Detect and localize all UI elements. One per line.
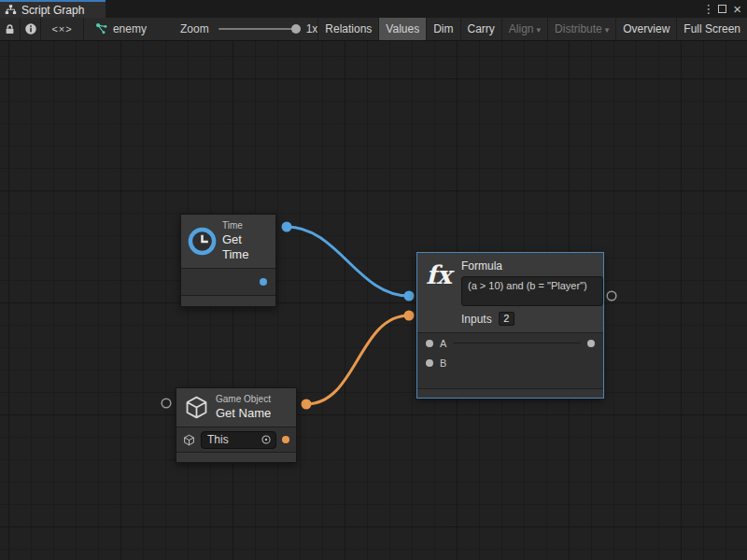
code-icon: <×> bbox=[51, 23, 72, 35]
get-name-output-port[interactable] bbox=[282, 436, 289, 443]
clock-icon bbox=[188, 227, 217, 256]
node-formula[interactable]: fx Formula (a > 10) and (b = "Player") I… bbox=[416, 252, 604, 399]
formula-ports: A B bbox=[417, 332, 603, 388]
node-get-name[interactable]: Game Object Get Name This bbox=[176, 387, 297, 463]
tab-script-graph[interactable]: Script Graph bbox=[0, 0, 106, 18]
wire-gettime-to-formula-a[interactable] bbox=[287, 227, 409, 296]
distribute-button: Distribute ▾ bbox=[548, 18, 616, 40]
cube-icon bbox=[183, 394, 210, 421]
window-menu-icon[interactable]: ⋮ bbox=[702, 2, 712, 16]
formula-expression-field[interactable]: (a > 10) and (b = "Player") bbox=[461, 276, 603, 306]
inputs-count-field[interactable]: 2 bbox=[499, 312, 514, 326]
node-category: Time bbox=[222, 220, 269, 232]
get-time-ports bbox=[181, 268, 275, 295]
zoom-label: Zoom bbox=[180, 22, 209, 35]
wire-getname-to-formula-b[interactable] bbox=[306, 315, 409, 404]
port-label-a: A bbox=[440, 338, 446, 349]
target-object-field[interactable]: This bbox=[201, 431, 276, 449]
inputs-label: Inputs bbox=[461, 313, 492, 326]
get-time-output-port[interactable] bbox=[260, 278, 267, 286]
chevron-down-icon: ▾ bbox=[605, 25, 610, 35]
graph-breadcrumb[interactable]: enemy bbox=[84, 18, 156, 40]
close-icon[interactable]: × bbox=[733, 5, 741, 13]
formula-fx-icon: fx bbox=[426, 259, 456, 287]
fullscreen-button[interactable]: Full Screen bbox=[677, 18, 747, 40]
object-picker-icon[interactable] bbox=[261, 434, 272, 445]
graph-asset-icon bbox=[95, 22, 108, 35]
wire-endpoint-blue-start[interactable] bbox=[282, 222, 292, 232]
getname-input-unconnected-port[interactable] bbox=[162, 399, 171, 408]
get-time-header: Time Get Time bbox=[181, 215, 275, 268]
zoom-slider[interactable] bbox=[218, 28, 301, 30]
zoom-slider-handle[interactable] bbox=[291, 24, 301, 34]
titlebar: Script Graph ⋮ × bbox=[0, 0, 747, 18]
formula-output-port[interactable] bbox=[587, 340, 595, 347]
values-button[interactable]: Values bbox=[379, 18, 427, 40]
value-flow-line bbox=[453, 343, 581, 343]
port-row-b: B bbox=[417, 353, 603, 372]
wire-endpoint-blue-end[interactable] bbox=[404, 291, 415, 301]
maximize-icon[interactable] bbox=[718, 5, 726, 13]
node-get-time[interactable]: Time Get Time bbox=[180, 214, 276, 307]
graph-name: enemy bbox=[113, 22, 147, 35]
chevron-down-icon: ▾ bbox=[537, 25, 542, 35]
wire-endpoint-orange-start[interactable] bbox=[302, 399, 312, 410]
get-name-header: Game Object Get Name bbox=[176, 388, 296, 427]
get-name-ports: This bbox=[176, 427, 296, 452]
wires-layer bbox=[0, 41, 747, 560]
info-icon bbox=[24, 22, 37, 35]
edit-script-button[interactable]: <×> bbox=[41, 18, 84, 40]
overview-button[interactable]: Overview bbox=[616, 18, 677, 40]
formula-output-unconnected-port[interactable] bbox=[607, 291, 616, 301]
node-category: Game Object bbox=[216, 394, 271, 406]
graph-toolbar: <×> enemy Zoom 1x Relations Values Dim bbox=[0, 18, 747, 41]
port-label-b: B bbox=[440, 357, 446, 369]
align-button: Align ▾ bbox=[502, 18, 548, 40]
get-name-footer bbox=[176, 452, 296, 462]
tab-title: Script Graph bbox=[21, 4, 84, 17]
toolbar-toggles: Relations Values Dim Carry Align ▾ Distr… bbox=[317, 18, 747, 40]
formula-header: fx Formula (a > 10) and (b = "Player") I… bbox=[417, 253, 603, 332]
lock-icon bbox=[4, 23, 16, 35]
info-button[interactable] bbox=[21, 18, 41, 40]
lock-button[interactable] bbox=[0, 18, 21, 40]
node-title: Formula bbox=[461, 259, 603, 273]
formula-input-port-a[interactable] bbox=[426, 340, 433, 347]
port-row-a: A bbox=[417, 333, 603, 353]
node-title: Get Name bbox=[216, 406, 271, 421]
wire-endpoint-orange-end[interactable] bbox=[404, 311, 415, 321]
dim-button[interactable]: Dim bbox=[427, 18, 460, 40]
zoom-value: 1x bbox=[306, 22, 318, 35]
formula-input-port-b[interactable] bbox=[426, 359, 433, 367]
carry-button[interactable]: Carry bbox=[461, 18, 502, 40]
node-title: Get Time bbox=[222, 232, 269, 263]
cube-icon-small bbox=[183, 434, 195, 446]
graph-canvas[interactable]: Time Get Time fx Formula (a > 10) and (b… bbox=[0, 41, 747, 560]
get-time-footer bbox=[181, 295, 275, 306]
relations-button[interactable]: Relations bbox=[318, 18, 379, 40]
formula-footer bbox=[417, 388, 603, 398]
script-graph-icon bbox=[5, 4, 17, 16]
zoom-control: Zoom 1x bbox=[180, 18, 317, 40]
target-object-value: This bbox=[207, 433, 261, 446]
